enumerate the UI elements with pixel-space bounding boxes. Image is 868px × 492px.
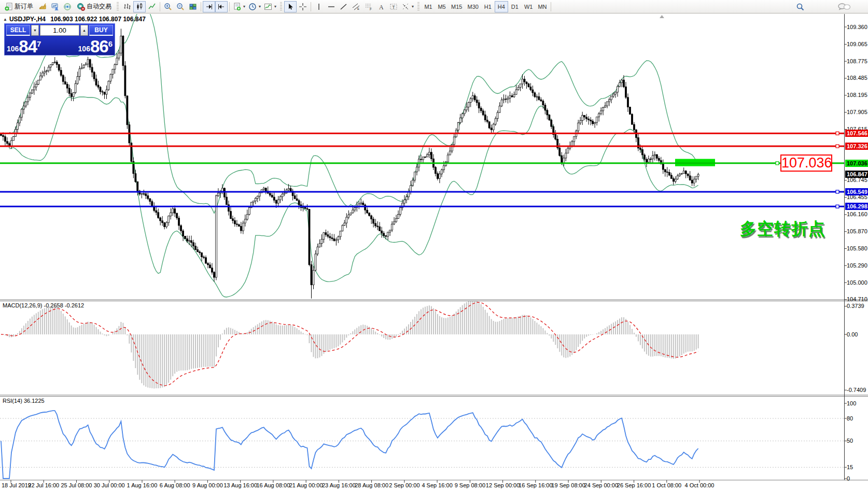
price-callout-box[interactable]: 107.036 — [780, 154, 832, 172]
broadcast-button[interactable] — [61, 1, 74, 12]
timeframe-mn[interactable]: MN — [535, 1, 549, 12]
timeframe-h1[interactable]: H1 — [481, 1, 495, 12]
equidistant-channel-button[interactable]: E — [350, 1, 362, 12]
time-axis-label: 22 Jul 16:00 — [28, 482, 59, 488]
volume-input[interactable]: 1.00 — [40, 25, 79, 36]
text-button[interactable]: A — [375, 1, 387, 12]
autotrade-button[interactable]: 自动交易 — [74, 1, 115, 12]
fibonacci-icon: F — [365, 3, 373, 11]
fibonacci-button[interactable]: F — [362, 1, 375, 12]
annotation-text[interactable]: 多空转折点 — [740, 218, 825, 241]
trendline-icon — [340, 3, 348, 11]
price-axis-label: 108.485 — [847, 75, 867, 81]
market-watch-icon — [51, 3, 59, 11]
rsi-axis-label: 100 — [847, 400, 856, 406]
buy-price[interactable]: 106866 — [78, 38, 113, 55]
chat-button[interactable] — [836, 1, 852, 12]
text-a-icon: A — [377, 3, 385, 11]
arrows-button[interactable]: ▾ — [400, 1, 415, 12]
indicators-button[interactable]: ▾ — [262, 1, 278, 12]
price-axis-label: 106.160 — [847, 211, 867, 217]
autotrade-icon — [77, 3, 85, 11]
collapse-icon[interactable]: ▲ — [3, 17, 7, 22]
price-axis-label: 105.580 — [847, 245, 867, 251]
timeframe-bar: M1M5M15M30H1H4D1W1MN — [422, 1, 549, 12]
chart-canvas[interactable] — [0, 0, 868, 492]
time-axis-label: 25 Jul 08:00 — [61, 482, 92, 488]
svg-text:E: E — [357, 7, 359, 10]
timeframe-m30[interactable]: M30 — [465, 1, 481, 12]
toolbar-separator — [160, 2, 160, 11]
line-chart-button[interactable] — [146, 1, 158, 12]
buy-price-sup: 6 — [108, 39, 113, 48]
chart-shift-icon — [217, 3, 226, 11]
zoom-out-icon — [176, 3, 185, 11]
macd-axis-label: 0.00 — [847, 331, 858, 338]
time-axis-label: 30 Jul 00:00 — [94, 482, 125, 488]
ohlc-values: 106.903 106.922 106.807 106.847 — [50, 16, 146, 23]
timeframe-m15[interactable]: M15 — [449, 1, 465, 12]
volume-decrease-button[interactable]: ▼ — [31, 25, 39, 36]
sell-price[interactable]: 106847 — [7, 38, 41, 55]
new-order-button[interactable]: 新订单 — [2, 1, 36, 12]
time-axis-label: 26 Sep 16:00 — [617, 482, 651, 488]
zoom-in-icon — [164, 3, 172, 11]
time-axis-label: 28 Aug 08:00 — [355, 482, 388, 488]
search-button[interactable] — [794, 1, 806, 12]
candlestick-chart-icon — [135, 3, 144, 11]
tile-windows-icon — [189, 3, 197, 11]
zoom-out-button[interactable] — [174, 1, 187, 12]
zoom-in-button[interactable] — [162, 1, 174, 12]
toolbar-grip — [417, 2, 419, 11]
price-tag-blue: 106.298 — [845, 203, 868, 210]
cursor-icon — [286, 3, 295, 11]
rsi-axis-label: 0 — [847, 475, 850, 482]
timeframe-w1[interactable]: W1 — [522, 1, 536, 12]
market-watch-button[interactable] — [49, 1, 61, 12]
timeframe-h4[interactable]: H4 — [495, 1, 508, 12]
indicators-icon — [264, 3, 272, 11]
price-axis-label: 109.065 — [847, 41, 867, 47]
time-axis-label: 1 Aug 16:00 — [127, 482, 158, 488]
time-axis-label: 4 Oct 00:00 — [685, 482, 715, 488]
chart-shift-button[interactable] — [215, 1, 228, 12]
new-order-icon — [5, 3, 13, 11]
timeframe-m5[interactable]: M5 — [435, 1, 449, 12]
sell-button[interactable]: SELL — [6, 25, 30, 36]
buy-price-prefix: 106 — [78, 45, 90, 53]
toolbar-grip — [117, 2, 119, 11]
bar-chart-button[interactable] — [121, 1, 133, 12]
price-axis-label: 105.290 — [847, 262, 867, 269]
dropdown-arrow-icon: ▾ — [412, 4, 414, 9]
timeframe-d1[interactable]: D1 — [508, 1, 522, 12]
period-clock-button[interactable]: ▾ — [247, 1, 262, 12]
dropdown-arrow-icon: ▾ — [274, 4, 276, 9]
new-chart-button[interactable] — [36, 1, 49, 12]
tile-windows-button[interactable] — [187, 1, 199, 12]
trendline-button[interactable] — [338, 1, 350, 12]
crosshair-button[interactable] — [297, 1, 309, 12]
price-axis-label: 109.360 — [847, 24, 867, 30]
volume-increase-button[interactable]: ▲ — [80, 25, 88, 36]
toolbar-separator — [551, 2, 551, 11]
time-axis-label: 18 Jul 2019 — [2, 482, 31, 488]
cursor-button[interactable] — [284, 1, 297, 12]
horizontal-line-button[interactable] — [325, 1, 338, 12]
dropdown-arrow-icon: ▾ — [259, 4, 261, 9]
candlestick-chart-button[interactable] — [133, 1, 146, 12]
vertical-line-button[interactable] — [313, 1, 325, 12]
new-order-label: 新订单 — [15, 2, 33, 11]
bar-chart-icon — [123, 3, 131, 11]
text-label-button[interactable]: T — [387, 1, 400, 12]
price-tag-red: 107.326 — [845, 143, 868, 150]
arrows-shapes-icon — [401, 3, 410, 11]
time-axis-label: 16 Aug 08:00 — [256, 482, 290, 488]
new-template-button[interactable]: ▾ — [231, 1, 247, 12]
symbol-label: USDJPY-,H4 — [9, 16, 46, 23]
auto-scroll-button[interactable] — [203, 1, 215, 12]
timeframe-m1[interactable]: M1 — [422, 1, 435, 12]
time-axis-label: 2 Sep 00:00 — [389, 482, 419, 488]
sell-price-big: 84 — [19, 38, 37, 55]
chat-bubbles-icon — [837, 3, 851, 11]
buy-button[interactable]: BUY — [89, 25, 113, 36]
